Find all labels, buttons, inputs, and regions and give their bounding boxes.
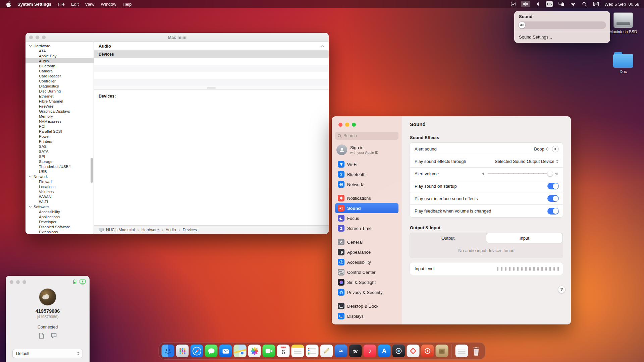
- sidebar-item-disc-burning[interactable]: Disc Burning: [25, 88, 94, 94]
- alert-sound-popup[interactable]: Boop: [534, 146, 549, 152]
- table-row[interactable]: [94, 65, 329, 72]
- sidebar-item-desktop-dock[interactable]: Desktop & Dock: [335, 301, 398, 311]
- sidebar-item-wi-fi[interactable]: Wi-Fi: [335, 159, 398, 169]
- preset-dropdown[interactable]: Default: [12, 349, 83, 358]
- sidebar-item-apple-pay[interactable]: Apple Pay: [25, 53, 94, 58]
- sidebar-item-accessibility[interactable]: Accessibility: [335, 257, 398, 267]
- search-input[interactable]: [343, 133, 396, 138]
- volume-slider-knob[interactable]: [519, 22, 525, 28]
- sysinfo-group-hardware[interactable]: Hardware: [25, 43, 94, 48]
- sidebar-item-displays[interactable]: Displays: [335, 311, 398, 321]
- play-alert-sound-button[interactable]: [552, 145, 559, 153]
- minimize-button[interactable]: [345, 123, 349, 127]
- breadcrumb-item-audio[interactable]: Audio: [166, 228, 176, 232]
- menu-window[interactable]: Window: [101, 2, 116, 7]
- sysinfo-group-network[interactable]: Network: [25, 174, 94, 179]
- sidebar-item-developer[interactable]: Developer: [25, 219, 94, 224]
- control-center-icon[interactable]: [592, 1, 600, 7]
- sidebar-scrollbar[interactable]: [91, 158, 93, 183]
- play-through-popup[interactable]: Selected Sound Output Device: [495, 159, 559, 164]
- chat-icon[interactable]: [51, 333, 57, 339]
- sidebar-item-extensions[interactable]: Extensions: [25, 229, 94, 234]
- apple-id-signin[interactable]: Sign in with your Apple ID: [335, 140, 398, 159]
- desktop-icon-macintosh-ssd[interactable]: Macintosh SSD: [608, 12, 638, 34]
- disclosure-triangle-icon[interactable]: [29, 176, 32, 177]
- sidebar-item-graphics-displays[interactable]: Graphics/Displays: [25, 109, 94, 114]
- displays-icon[interactable]: [557, 1, 566, 7]
- sidebar-item-sound[interactable]: Sound: [335, 203, 398, 213]
- sidebar-item-focus[interactable]: Focus: [335, 213, 398, 223]
- disclosure-triangle-icon[interactable]: [29, 45, 32, 47]
- startup-sound-toggle[interactable]: [547, 183, 559, 189]
- dock-item-maps[interactable]: [234, 345, 247, 357]
- table-row-devices[interactable]: Devices: [94, 51, 329, 58]
- sysinfo-section-header[interactable]: Audio: [94, 42, 329, 51]
- menu-edit[interactable]: Edit: [71, 2, 78, 7]
- sidebar-item-bluetooth[interactable]: Bluetooth: [25, 63, 94, 68]
- menu-view[interactable]: View: [85, 2, 95, 7]
- file-transfer-icon[interactable]: [38, 333, 45, 339]
- spotlight-icon[interactable]: [581, 1, 588, 7]
- sidebar-item-accessibility[interactable]: Accessibility: [25, 209, 94, 214]
- dock-item-garageband[interactable]: ≈: [335, 345, 347, 357]
- table-row[interactable]: [94, 72, 329, 79]
- sidebar-item-wi-fi[interactable]: Wi-Fi: [25, 199, 94, 204]
- sidebar-item-spi[interactable]: SPI: [25, 154, 94, 159]
- volume-slider[interactable]: [518, 21, 606, 29]
- sidebar-item-memory[interactable]: Memory: [25, 114, 94, 119]
- sidebar-item-fibre-channel[interactable]: Fibre Channel: [25, 99, 94, 104]
- sidebar-item-ata[interactable]: ATA: [25, 48, 94, 53]
- sidebar-item-camera[interactable]: Camera: [25, 68, 94, 73]
- zoom-button[interactable]: [22, 280, 26, 284]
- input-source-badge[interactable]: US: [546, 1, 553, 7]
- sidebar-item-nvmexpress[interactable]: NVMExpress: [25, 119, 94, 124]
- dock-item-tv[interactable]: tv: [349, 345, 362, 357]
- segment-output[interactable]: Output: [410, 233, 486, 243]
- disclosure-triangle-icon[interactable]: [29, 206, 32, 207]
- sidebar-item-appearance[interactable]: Appearance: [335, 247, 398, 257]
- volume-muted-icon[interactable]: [521, 1, 531, 7]
- sidebar-item-control-center[interactable]: Control Center: [335, 267, 398, 277]
- dock-item-remote-app[interactable]: [421, 345, 434, 357]
- slider-knob[interactable]: [547, 171, 553, 176]
- sidebar-item-firewire[interactable]: FireWire: [25, 104, 94, 109]
- sidebar-item-sas[interactable]: SAS: [25, 144, 94, 149]
- sidebar-item-parallel-scsi[interactable]: Parallel SCSI: [25, 129, 94, 134]
- search-field[interactable]: [335, 132, 398, 140]
- dock-item-trash[interactable]: [470, 345, 483, 357]
- table-row[interactable]: [94, 58, 329, 65]
- sidebar-item-controller[interactable]: Controller: [25, 78, 94, 83]
- ui-sounds-toggle[interactable]: [547, 195, 559, 202]
- menu-system-settings[interactable]: System Settings: [17, 2, 51, 7]
- sidebar-item-card-reader[interactable]: Card Reader: [25, 73, 94, 78]
- sidebar-item-notifications[interactable]: Notifications: [335, 193, 398, 203]
- dock-item-notes[interactable]: [291, 345, 304, 357]
- sidebar-item-power[interactable]: Power: [25, 134, 94, 139]
- sidebar-item-screen-time[interactable]: Screen Time: [335, 223, 398, 233]
- window-titlebar[interactable]: Mac mini: [25, 33, 329, 42]
- table-row[interactable]: [94, 79, 329, 86]
- sidebar-item-pci[interactable]: PCI: [25, 124, 94, 129]
- desktop-icon-doc[interactable]: Doc: [608, 52, 638, 74]
- activity-chart-icon[interactable]: [510, 1, 517, 7]
- dock-item-app-store[interactable]: A: [378, 345, 391, 357]
- menu-file[interactable]: File: [58, 2, 65, 7]
- dock-item-mail[interactable]: [219, 345, 232, 357]
- segment-input[interactable]: Input: [486, 233, 563, 243]
- bluetooth-icon[interactable]: [535, 1, 541, 7]
- breadcrumb-item-hardware[interactable]: Hardware: [142, 228, 159, 232]
- zoom-button[interactable]: [352, 123, 356, 127]
- wifi-icon[interactable]: [570, 1, 577, 7]
- dock-item-facetime[interactable]: [263, 345, 275, 357]
- sidebar-item-storage[interactable]: Storage: [25, 159, 94, 164]
- apple-menu-icon[interactable]: [6, 1, 11, 7]
- sidebar-item-network[interactable]: Network: [335, 179, 398, 189]
- sidebar-item-ethernet[interactable]: Ethernet: [25, 94, 94, 99]
- sidebar-item-disabled-software[interactable]: Disabled Software: [25, 224, 94, 229]
- minimize-button[interactable]: [16, 280, 20, 284]
- dock-item-archive-utility[interactable]: [436, 345, 448, 357]
- dock-item-safari[interactable]: [191, 345, 203, 357]
- dock-item-calendar[interactable]: SEP6: [277, 345, 290, 357]
- help-button[interactable]: ?: [558, 286, 566, 293]
- sidebar-item-audio[interactable]: Audio: [25, 58, 94, 63]
